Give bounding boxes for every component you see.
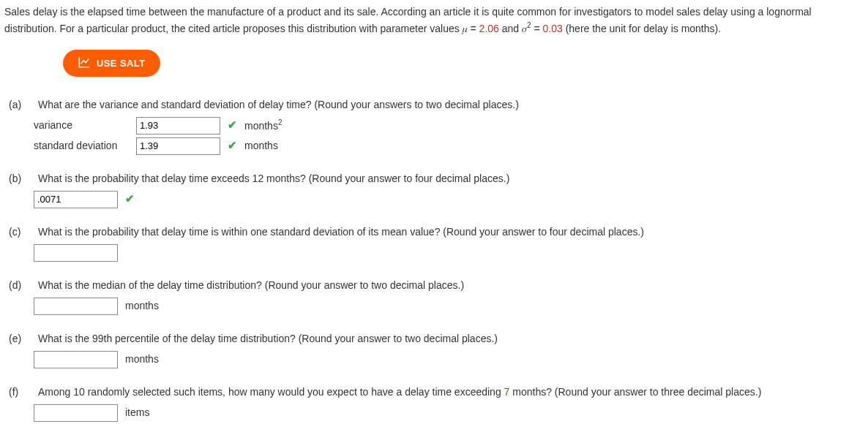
part-f-input[interactable] [34, 404, 118, 422]
variance-input[interactable] [136, 117, 220, 135]
part-e-input[interactable] [34, 351, 118, 368]
use-salt-label: USE SALT [97, 58, 146, 69]
part-e: (e) What is the 99th percentile of the d… [4, 331, 864, 368]
part-f-question: Among 10 randomly selected such items, h… [38, 385, 864, 400]
part-b-label: (b) [4, 171, 38, 186]
part-f-unit: items [125, 405, 149, 420]
check-icon: ✔ [228, 137, 237, 154]
intro-text-3: (here the unit for delay is months). [563, 23, 721, 34]
part-f-label: (f) [4, 385, 38, 400]
intro-eq: = [531, 23, 543, 34]
mu-value: 2.06 [479, 23, 499, 34]
stddev-unit: months [244, 138, 278, 154]
part-a: (a) What are the variance and standard d… [4, 97, 864, 155]
part-d-input[interactable] [34, 298, 118, 315]
check-icon: ✔ [125, 191, 135, 208]
part-f: (f) Among 10 randomly selected such item… [4, 385, 864, 422]
sigma2-value: 0.03 [543, 23, 563, 34]
chart-icon [78, 56, 91, 71]
stddev-input[interactable] [136, 137, 220, 155]
part-c-label: (c) [4, 224, 38, 240]
part-b: (b) What is the probability that delay t… [4, 171, 864, 208]
use-salt-button[interactable]: USE SALT [63, 50, 160, 77]
part-c-input[interactable] [34, 244, 118, 262]
variance-label: variance [34, 118, 129, 133]
part-d: (d) What is the median of the delay time… [4, 278, 864, 315]
stddev-label: standard deviation [34, 138, 129, 154]
check-icon: ✔ [228, 117, 237, 134]
part-a-question: What are the variance and standard devia… [38, 97, 864, 113]
variance-unit: months2 [244, 117, 282, 134]
part-e-label: (e) [4, 331, 38, 347]
problem-intro: Sales delay is the elapsed time between … [4, 4, 864, 37]
part-e-unit: months [125, 352, 159, 367]
intro-text-2: and 𝜎 [499, 23, 527, 34]
part-c: (c) What is the probability that delay t… [4, 224, 864, 262]
part-b-input[interactable] [34, 191, 118, 208]
part-e-question: What is the 99th percentile of the delay… [38, 331, 864, 347]
part-a-label: (a) [4, 97, 38, 113]
part-b-question: What is the probability that delay time … [38, 171, 864, 186]
part-d-unit: months [125, 298, 159, 314]
part-c-question: What is the probability that delay time … [38, 224, 864, 240]
part-d-question: What is the median of the delay time dis… [38, 278, 864, 293]
part-d-label: (d) [4, 278, 38, 293]
